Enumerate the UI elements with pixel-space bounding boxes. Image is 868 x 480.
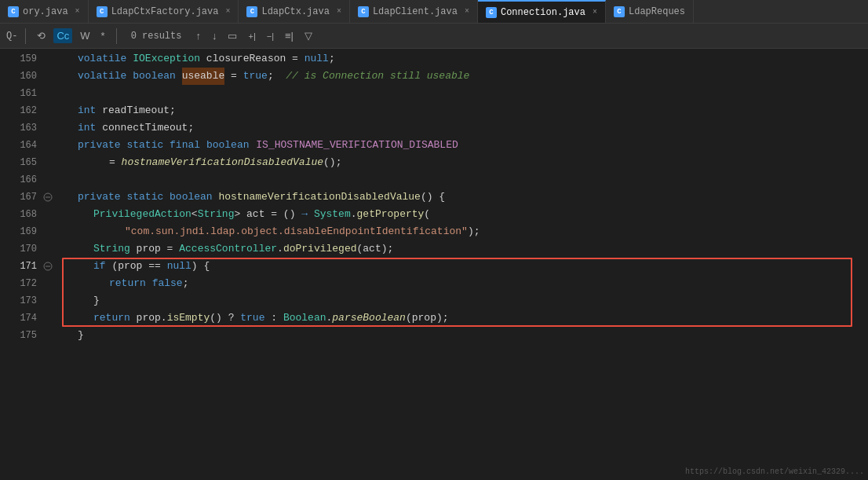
- search-results: 0 results: [125, 31, 188, 42]
- toolbar: Q- ⟲ Cc W * 0 results ↑ ↓ ▭ +| −| ≡| ▽: [0, 24, 868, 49]
- line-num-172: 172: [0, 275, 43, 292]
- code-lines: volatile IOException closureReason = nul…: [59, 49, 868, 344]
- line-num-164: 164: [0, 137, 43, 154]
- gutter-159: [43, 50, 59, 68]
- tab-close-connection[interactable]: ×: [593, 8, 597, 16]
- tab-bar: C ory.java × C LdapCtxFactory.java × C L…: [0, 0, 868, 24]
- align-button[interactable]: ≡|: [282, 28, 297, 43]
- tab-label-ldapreques: LdapReques: [629, 6, 685, 17]
- code-line-159: volatile IOException closureReason = nul…: [62, 50, 868, 68]
- undo-button[interactable]: ⟲: [34, 28, 49, 43]
- nav-down-button[interactable]: ↓: [209, 28, 221, 43]
- tab-close-ldapctxfactory[interactable]: ×: [225, 7, 230, 16]
- fold-icon-171[interactable]: [43, 262, 53, 271]
- gutter-162: [43, 102, 59, 119]
- separator-2: [116, 28, 117, 44]
- line-num-167: 167: [0, 189, 43, 206]
- code-line-175: }: [62, 327, 868, 344]
- tab-label-ldapctxfactory: LdapCtxFactory.java: [111, 6, 219, 17]
- code-line-162: int readTimeout;: [62, 102, 868, 119]
- tab-close-ory[interactable]: ×: [75, 7, 80, 16]
- code-line-169: "com.sun.jndi.ldap.object.disableEndpoin…: [62, 223, 868, 240]
- gutter-160: [43, 68, 59, 85]
- tab-label-connection: Connection.java: [501, 7, 585, 18]
- gutter-175: [43, 327, 59, 344]
- code-line-165: = hostnameVerificationDisabledValue();: [62, 154, 868, 171]
- gutter-166: [43, 171, 59, 189]
- cc-button[interactable]: Cc: [53, 28, 72, 43]
- tab-ory[interactable]: C ory.java ×: [0, 0, 89, 24]
- watermark: https://blog.csdn.net/weixin_42329....: [685, 467, 864, 476]
- line-numbers: 159 160 161 162 163 164 165 166 167 168 …: [0, 49, 43, 480]
- fold-icon-167[interactable]: [43, 192, 53, 202]
- tab-connection[interactable]: C Connection.java ×: [478, 0, 606, 24]
- line-num-160: 160: [0, 68, 43, 85]
- gutter-163: [43, 119, 59, 137]
- tab-label-ldapctx: LdapCtx.java: [261, 6, 329, 17]
- tab-icon-ldapctxfactory: C: [97, 6, 108, 17]
- gutter-169: [43, 223, 59, 240]
- gutter-173: [43, 292, 59, 310]
- code-line-167: private static boolean hostnameVerificat…: [62, 189, 868, 206]
- gutter-161: [43, 85, 59, 102]
- line-num-165: 165: [0, 154, 43, 171]
- line-num-169: 169: [0, 223, 43, 240]
- tab-ldapreques[interactable]: C LdapReques: [606, 0, 694, 24]
- line-num-166: 166: [0, 171, 43, 189]
- line-num-162: 162: [0, 102, 43, 119]
- word-button[interactable]: W: [77, 28, 93, 43]
- line-num-168: 168: [0, 206, 43, 223]
- gutter-170: [43, 240, 59, 258]
- line-num-174: 174: [0, 310, 43, 327]
- collapse-button[interactable]: −|: [264, 30, 277, 42]
- gutter: [43, 49, 59, 480]
- separator-1: [25, 28, 26, 44]
- gutter-164: [43, 137, 59, 154]
- search-icon: Q-: [6, 31, 17, 42]
- code-line-171: if (prop == null) {: [62, 258, 868, 275]
- tab-icon-connection: C: [486, 7, 497, 18]
- tab-close-ldapclient[interactable]: ×: [465, 7, 469, 16]
- tab-label-ory: ory.java: [23, 6, 68, 17]
- search-match-useable: useable: [182, 68, 225, 85]
- code-line-166: [62, 171, 868, 189]
- code-line-172: return false;: [62, 275, 868, 292]
- line-num-170: 170: [0, 240, 43, 258]
- line-num-161: 161: [0, 85, 43, 102]
- gutter-171: [43, 258, 59, 275]
- tab-close-ldapctx[interactable]: ×: [337, 7, 341, 16]
- line-num-159: 159: [0, 50, 43, 68]
- code-area: 159 160 161 162 163 164 165 166 167 168 …: [0, 49, 868, 480]
- tab-icon-ldapreques: C: [614, 6, 625, 17]
- code-line-163: int connectTimeout;: [62, 119, 868, 137]
- code-line-164: private static final boolean IS_HOSTNAME…: [62, 137, 868, 154]
- line-num-163: 163: [0, 119, 43, 137]
- gutter-174: [43, 310, 59, 327]
- expand-button[interactable]: +|: [245, 30, 258, 42]
- wrap-button[interactable]: ▭: [224, 28, 240, 43]
- line-num-175: 175: [0, 327, 43, 344]
- line-num-173: 173: [0, 292, 43, 310]
- code-line-168: PrivilegedAction<String> act = () → Syst…: [62, 206, 868, 223]
- nav-up-button[interactable]: ↑: [192, 28, 204, 43]
- code-line-174: return prop.isEmpty() ? true : Boolean.p…: [62, 310, 868, 327]
- tab-ldapclient[interactable]: C LdapClient.java ×: [350, 0, 478, 24]
- regex-button[interactable]: *: [98, 28, 108, 43]
- filter-button[interactable]: ▽: [301, 28, 315, 43]
- tab-icon-ldapclient: C: [358, 6, 369, 17]
- code-content[interactable]: volatile IOException closureReason = nul…: [59, 49, 868, 480]
- gutter-165: [43, 154, 59, 171]
- tab-ldapctxfactory[interactable]: C LdapCtxFactory.java ×: [89, 0, 239, 24]
- code-line-161: [62, 85, 868, 102]
- code-line-170: String prop = AccessController.doPrivile…: [62, 240, 868, 258]
- gutter-167: [43, 189, 59, 206]
- tab-ldapctx[interactable]: C LdapCtx.java ×: [239, 0, 349, 24]
- code-line-160: volatile boolean useable = true; // is C…: [62, 68, 868, 85]
- gutter-168: [43, 206, 59, 223]
- tab-icon-ldapctx: C: [246, 6, 257, 17]
- tab-icon-ory: C: [8, 6, 19, 17]
- gutter-172: [43, 275, 59, 292]
- line-num-171: 171: [0, 258, 43, 275]
- tab-label-ldapclient: LdapClient.java: [373, 6, 458, 17]
- code-line-173: }: [62, 292, 868, 310]
